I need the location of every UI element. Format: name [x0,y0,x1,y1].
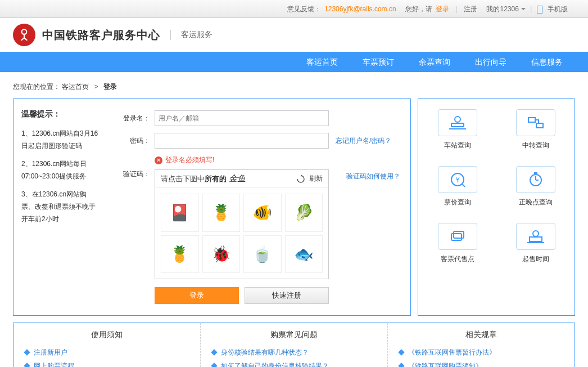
header: 中国铁路客户服务中心 客运服务 [13,18,575,52]
error-row: ✕ 登录名必须填写! [155,155,400,165]
side-item-label: 中转查询 [502,141,569,150]
diamond-icon [24,349,30,355]
breadcrumb-current: 登录 [103,83,117,91]
svg-rect-12 [534,172,537,174]
side-item-label: 起售时间 [502,254,569,264]
bottom-col-title: 购票常见问题 [212,330,376,340]
ontime-icon [516,166,555,193]
bottom-col-1: 购票常见问题身份核验结果有哪几种状态？如何了解自己的身份信息核验结果？"已通过"… [200,323,387,367]
my12306-dropdown[interactable]: 我的12306 [486,0,525,18]
captcha-image-goldfish[interactable]: 🐠 [243,194,282,232]
side-item-label: 车站查询 [424,141,491,150]
nav-item-3[interactable]: 出行向导 [463,52,519,72]
side-item-station[interactable]: 车站查询 [424,109,491,150]
captcha-help-link[interactable]: 验证码如何使用？ [346,172,400,181]
breadcrumb-home[interactable]: 客运首页 [62,83,89,91]
side-item-transfer[interactable]: 中转查询 [502,109,569,150]
forgot-link[interactable]: 忘记用户名/密码？ [336,136,391,146]
greeting-text: 您好，请 [405,5,432,13]
nav-item-1[interactable]: 车票预订 [350,52,406,72]
nav-item-0[interactable]: 客运首页 [294,52,350,72]
bottom-col-0: 使用须知注册新用户网上购票流程铁路电子客票身份核验 [13,323,200,367]
login-link[interactable]: 登录 [436,5,449,13]
svg-point-2 [455,117,460,122]
mobile-icon [537,6,542,14]
diamond-icon [398,349,404,355]
password-input[interactable] [155,133,329,149]
nav-item-4[interactable]: 信息服务 [519,52,575,72]
side-item-ontime[interactable]: 正晚点查询 [502,166,569,207]
logo-badge-icon [13,24,35,46]
price-icon: ¥ [438,166,477,193]
login-form: 登录名： 密码： 忘记用户名/密码？ ✕ 登录名必须填写! 验证码： [106,99,410,315]
breadcrumb-sep: > [94,83,98,91]
outlet-icon [438,223,477,250]
main-nav: 客运首页车票预订余票查询出行向导信息服务 [0,52,588,72]
side-item-price[interactable]: ¥票价查询 [424,166,491,207]
captcha-image-goldfish2[interactable]: 🐟 [285,235,323,274]
captcha-box: 请点击下图中所有的 金鱼 刷新 🎴🍍🐠🥬🍍🐞🍵🐟 [155,169,329,279]
register-link[interactable]: 注册 [464,5,477,13]
bottom-col-title: 相关规章 [399,330,563,340]
bottom-link[interactable]: 网上购票流程 [34,359,74,367]
side-item-outlet[interactable]: 客票代售点 [424,223,491,264]
side-item-saletime[interactable]: 起售时间 [502,223,569,264]
svg-point-0 [22,29,27,34]
side-item-label: 票价查询 [424,198,491,207]
captcha-image-card[interactable]: 🎴 [161,194,199,232]
captcha-image-pineapple2[interactable]: 🍍 [161,235,199,274]
bottom-link[interactable]: 如何了解自己的身份信息核验结果？ [221,359,329,367]
refresh-icon[interactable] [296,174,306,184]
feedback-label: 意见反馈： [287,5,321,13]
breadcrumb-prefix: 您现在的位置： [13,83,60,91]
captcha-image-pineapple[interactable]: 🍍 [202,194,241,232]
bottom-item: 如何了解自己的身份信息核验结果？ [212,359,376,367]
login-panel: 温馨提示： 1、12306.cn网站自3月16日起启用图形验证码2、12306.… [13,99,411,316]
breadcrumb: 您现在的位置： 客运首页 > 登录 [13,72,575,99]
svg-line-8 [462,184,465,187]
username-input[interactable] [155,110,329,126]
bottom-item: 身份核验结果有哪几种状态？ [212,346,376,359]
bottom-link[interactable]: 身份核验结果有哪几种状态？ [221,346,309,359]
captcha-image-bowl[interactable]: 🍵 [243,235,282,274]
username-label: 登录名： [116,114,150,123]
mobile-link[interactable]: 手机版 [548,5,568,13]
nav-item-2[interactable]: 余票查询 [406,52,463,72]
captcha-image-cabbage[interactable]: 🥬 [285,194,323,232]
error-text: 登录名必须填写! [165,155,214,165]
logo[interactable]: 中国铁路客户服务中心 客运服务 [13,24,212,46]
svg-rect-1 [451,123,464,127]
quick-register-button[interactable]: 快速注册 [245,287,329,304]
bottom-item: 网上购票流程 [25,359,189,367]
tips-sidebar: 温馨提示： 1、12306.cn网站自3月16日起启用图形验证码2、12306.… [13,99,106,315]
tip-1: 2、12306.cn网站每日07:00~23:00提供服务 [21,158,98,182]
captcha-prompt: 请点击下图中所有的 金鱼 [161,173,296,184]
diamond-icon [211,349,217,355]
svg-text:¥: ¥ [455,176,459,184]
captcha-label: 验证码： [116,169,150,179]
saletime-icon [516,223,555,250]
login-button[interactable]: 登录 [155,287,239,304]
refresh-text[interactable]: 刷新 [309,174,323,184]
feedback-email-link[interactable]: 12306yjfk@rails.com.cn [324,5,396,13]
bottom-item: 注册新用户 [25,346,189,359]
side-item-label: 正晚点查询 [502,198,569,207]
bottom-item: 《铁路互联网售票暂行办法》 [399,346,563,359]
bottom-col-2: 相关规章《铁路互联网售票暂行办法》《铁路互联网购票须知》《铁路互联网购票身份核验… [387,323,575,367]
captcha-target: 金鱼 [229,174,246,183]
transfer-icon [516,109,555,136]
station-icon [438,109,477,136]
diamond-icon [211,362,217,367]
side-item-label: 客票代售点 [424,254,491,264]
svg-rect-14 [454,231,464,238]
captcha-image-ladybug[interactable]: 🐞 [202,235,241,274]
tip-0: 1、12306.cn网站自3月16日起启用图形验证码 [21,127,98,152]
bottom-link[interactable]: 《铁路互联网售票暂行办法》 [408,346,496,359]
logo-title: 中国铁路客户服务中心 [42,28,160,43]
diamond-icon [398,362,404,367]
bottom-link[interactable]: 注册新用户 [34,346,67,359]
bottom-link[interactable]: 《铁路互联网购票须知》 [408,359,482,367]
diamond-icon [24,362,30,367]
bottom-panel: 使用须知注册新用户网上购票流程铁路电子客票身份核验购票常见问题身份核验结果有哪几… [13,323,575,367]
tip-2: 3、在12306.cn网站购票、改签和退票须不晚于开车前2小时 [21,188,98,225]
